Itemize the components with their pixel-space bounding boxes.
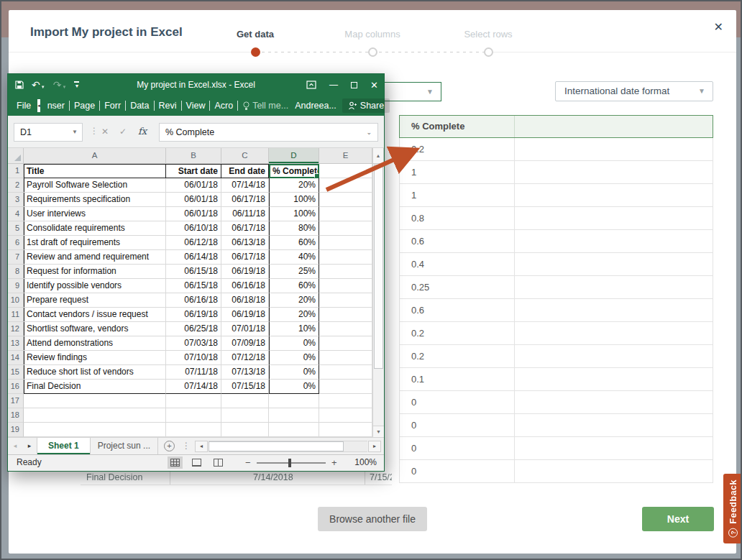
cell-empty[interactable] — [319, 279, 372, 293]
column-header-b[interactable]: B — [166, 148, 221, 163]
cell-pct[interactable]: 60% — [269, 279, 319, 293]
cell-empty[interactable] — [319, 193, 372, 207]
cell-title[interactable]: Review and amend requirement — [24, 250, 166, 265]
row-number[interactable]: 15 — [8, 365, 24, 380]
preview-row[interactable]: 0.6 — [399, 299, 713, 322]
cell-start-date[interactable]: 06/01/18 — [166, 193, 221, 207]
cell-pct[interactable]: 80% — [269, 221, 319, 236]
scroll-right-icon[interactable]: ▸ — [368, 441, 381, 452]
cell-empty[interactable] — [221, 408, 269, 423]
cell-pct[interactable]: 20% — [269, 293, 319, 308]
row-number[interactable]: 18 — [8, 408, 24, 423]
cell-empty[interactable] — [269, 423, 319, 437]
column-header-e[interactable]: E — [319, 148, 372, 163]
cell-empty[interactable] — [166, 394, 221, 408]
ribbon-tab[interactable]: Forr — [100, 101, 126, 111]
ribbon-tab[interactable]: Revi — [155, 101, 182, 111]
cell-empty[interactable] — [319, 178, 372, 193]
cell-pct[interactable]: 0% — [269, 365, 319, 380]
cell-empty[interactable] — [319, 221, 372, 236]
cell-pct[interactable]: 10% — [269, 322, 319, 336]
tell-me-button[interactable]: Tell me... — [243, 101, 288, 111]
cell-a1[interactable]: Title — [24, 164, 166, 178]
cell-empty[interactable] — [166, 423, 221, 437]
ribbon-tab[interactable]: Acro — [210, 101, 238, 111]
add-sheet-icon[interactable]: + — [164, 441, 175, 451]
zoom-in-icon[interactable]: + — [331, 455, 337, 470]
close-icon[interactable]: ✕ — [714, 20, 723, 34]
step-get-data[interactable]: Get data — [237, 29, 274, 40]
preview-row[interactable]: 0.2 — [399, 345, 713, 368]
cell-empty[interactable] — [319, 365, 372, 380]
horizontal-scrollbar[interactable]: ◂ ▸ — [195, 440, 381, 452]
scroll-left-icon[interactable]: ◂ — [195, 441, 208, 452]
cell-empty[interactable] — [319, 308, 372, 322]
cell-end-date[interactable]: 06/11/18 — [221, 207, 269, 221]
column-header-c[interactable]: C — [221, 148, 269, 163]
maximize-icon[interactable] — [351, 82, 357, 88]
formula-input[interactable]: % Complete ⌄ — [159, 123, 378, 142]
cell-pct[interactable]: 40% — [269, 250, 319, 265]
row-number[interactable]: 6 — [8, 236, 24, 250]
cell-pct[interactable]: 100% — [269, 193, 319, 207]
cell-end-date[interactable]: 07/01/18 — [221, 322, 269, 336]
browse-another-file-button[interactable]: Browse another file — [318, 507, 427, 531]
cell-start-date[interactable]: 06/15/18 — [166, 279, 221, 293]
step-map-columns[interactable]: Map columns — [344, 29, 400, 40]
minimize-icon[interactable]: — — [329, 80, 338, 90]
cell-start-date[interactable]: 07/14/18 — [166, 380, 221, 394]
row-number[interactable]: 17 — [8, 394, 24, 408]
row-number[interactable]: 4 — [8, 207, 24, 221]
insert-function-icon[interactable]: fx — [138, 126, 147, 137]
sheet-prev-icon[interactable]: ◂ — [8, 438, 22, 454]
sheet-next-icon[interactable]: ▸ — [22, 438, 37, 454]
preview-row[interactable]: 0 — [399, 391, 713, 414]
cell-start-date[interactable]: 07/10/18 — [166, 351, 221, 365]
cell-empty[interactable] — [221, 394, 269, 408]
cell-pct[interactable]: 0% — [269, 336, 319, 351]
cell-start-date[interactable]: 06/12/18 — [166, 236, 221, 250]
row-number[interactable]: 10 — [8, 293, 24, 308]
cell-end-date[interactable]: 06/19/18 — [221, 265, 269, 279]
feedback-tab[interactable]: ? Feedback — [723, 474, 742, 543]
cell-pct[interactable]: 25% — [269, 265, 319, 279]
preview-row[interactable]: 0.1 — [399, 368, 713, 391]
sheet-tab-active[interactable]: Sheet 1 — [37, 438, 91, 454]
cell-pct[interactable]: 0% — [269, 351, 319, 365]
cell-title[interactable]: Final Decision — [24, 380, 166, 394]
cell-end-date[interactable]: 06/17/18 — [221, 250, 269, 265]
cell-start-date[interactable]: 06/16/18 — [166, 293, 221, 308]
ribbon-options-icon[interactable] — [306, 81, 316, 89]
cell-end-date[interactable]: 06/16/18 — [221, 279, 269, 293]
preview-row[interactable]: 0 — [399, 437, 713, 460]
cell-empty[interactable] — [319, 394, 372, 408]
cell-empty[interactable] — [319, 423, 372, 437]
preview-row[interactable]: 0.2 — [399, 322, 713, 345]
ribbon-tab[interactable]: Page — [70, 101, 100, 111]
cell-start-date[interactable]: 06/19/18 — [166, 308, 221, 322]
cell-title[interactable]: Identify possible vendors — [24, 279, 166, 293]
account-name[interactable]: Andreea... — [295, 101, 336, 111]
cell-empty[interactable] — [319, 250, 372, 265]
cell-title[interactable]: 1st draft of requirements — [24, 236, 166, 250]
cell-empty[interactable] — [269, 394, 319, 408]
cell-empty[interactable] — [319, 265, 372, 279]
row-number[interactable]: 19 — [8, 423, 24, 437]
cell-start-date[interactable]: 07/11/18 — [166, 365, 221, 380]
cell-empty[interactable] — [319, 408, 372, 423]
row-number[interactable]: 5 — [8, 221, 24, 236]
scroll-down-icon[interactable]: ▼ — [373, 426, 384, 437]
cell-start-date[interactable]: 07/03/18 — [166, 336, 221, 351]
preview-row[interactable]: 0.4 — [399, 253, 713, 276]
cell-empty[interactable] — [319, 236, 372, 250]
normal-view-icon[interactable] — [168, 456, 183, 469]
cell-title[interactable]: Request for information — [24, 265, 166, 279]
preview-row[interactable]: 0.2 — [399, 138, 713, 161]
cell-start-date[interactable]: 06/15/18 — [166, 265, 221, 279]
column-header-d[interactable]: D — [269, 148, 319, 163]
scroll-up-icon[interactable]: ▲ — [372, 148, 384, 163]
cell-end-date[interactable]: 06/18/18 — [221, 293, 269, 308]
expand-formula-bar-icon[interactable]: ⌄ — [366, 124, 372, 141]
cell-pct[interactable]: 20% — [269, 178, 319, 193]
cell-empty[interactable] — [319, 380, 372, 394]
